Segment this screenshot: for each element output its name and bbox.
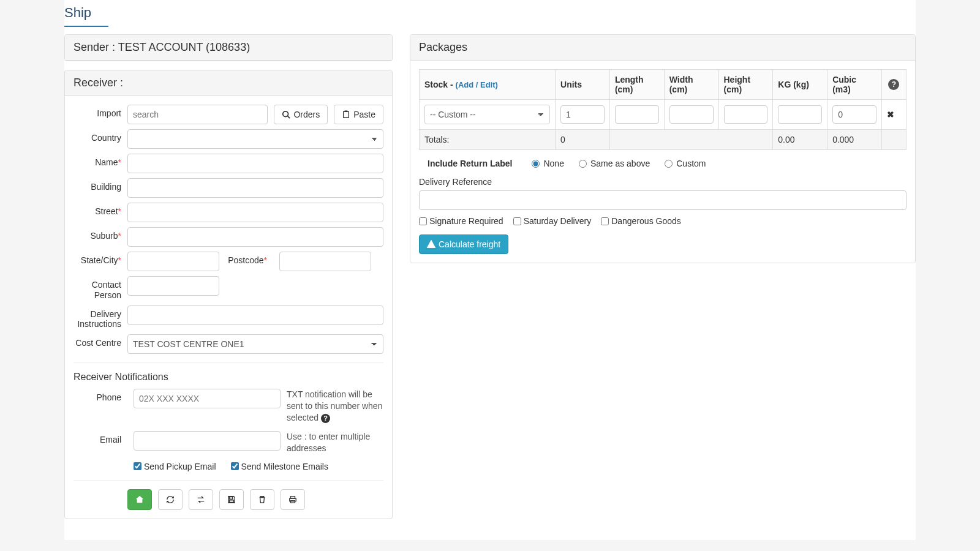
search-input[interactable] [127,105,268,124]
orders-button-label: Orders [293,110,320,119]
email-input[interactable] [134,431,281,451]
col-units: Units [556,70,610,100]
return-none-wrap[interactable]: None [532,159,564,168]
svg-rect-6 [291,500,295,503]
name-input[interactable] [127,154,383,173]
save-button[interactable] [219,489,244,510]
dangerous-wrap[interactable]: Dangerous Goods [601,216,681,226]
sat-delivery-checkbox[interactable] [513,217,521,225]
import-label: Import [74,105,127,118]
totals-cubic: 0.000 [827,130,882,150]
help-circle-icon[interactable]: ? [888,79,899,90]
return-same-radio[interactable] [579,160,587,168]
col-stock: Stock - (Add / Edit) [420,70,556,100]
delivery-instructions-input[interactable] [127,305,383,325]
remove-row-button[interactable]: ✖ [881,100,906,130]
phone-note: TXT notification will be sent to this nu… [287,389,383,424]
send-pickup-checkbox[interactable] [134,462,141,470]
email-label: Email [74,431,127,444]
receiver-notifications-heading: Receiver Notifications [74,372,383,383]
cost-centre-label: Cost Centre [74,334,127,348]
col-height: Height (cm) [718,70,773,100]
receiver-panel-title: Receiver : [65,70,392,96]
svg-point-0 [283,111,288,117]
print-button[interactable] [281,489,305,510]
length-input[interactable] [615,105,659,124]
paste-icon [342,110,350,119]
warning-icon [427,240,435,249]
send-pickup-checkbox-wrap[interactable]: Send Pickup Email [134,462,216,471]
orders-button[interactable]: Orders [274,105,328,124]
statecity-input[interactable] [127,252,219,271]
col-cubic: Cubic (m3) [827,70,882,100]
save-icon [227,495,236,504]
return-custom-radio[interactable] [665,160,673,168]
sat-delivery-label: Saturday Delivery [524,216,592,226]
email-note: Use : to enter multiple addresses [287,431,383,454]
col-kg: KG (kg) [773,70,827,100]
paste-button-label: Paste [353,110,375,119]
return-none-radio[interactable] [532,160,540,168]
delete-button[interactable] [250,489,274,510]
totals-row: Totals: 0 0.00 0.000 [420,130,907,150]
units-input[interactable] [560,105,605,124]
street-input[interactable] [127,203,383,222]
building-label: Building [74,178,127,192]
svg-rect-3 [345,110,348,112]
postcode-label: Postcode* [225,252,273,265]
send-milestone-checkbox-wrap[interactable]: Send Milestone Emails [231,462,328,471]
package-row: -- Custom -- ✖ [420,100,907,130]
return-same-label: Same as above [590,159,650,168]
stock-select[interactable]: -- Custom -- [424,105,550,124]
sender-panel-title: Sender : TEST ACCOUNT (108633) [65,35,392,61]
delivery-ref-input[interactable] [419,190,907,210]
cubic-input[interactable] [832,105,876,124]
sat-delivery-wrap[interactable]: Saturday Delivery [513,216,592,226]
sig-required-label: Signature Required [429,216,503,226]
postcode-input[interactable] [279,252,371,271]
suburb-input[interactable] [127,227,383,247]
phone-input[interactable] [134,389,281,408]
refresh-icon [166,495,175,504]
statecity-label: State/City* [74,252,127,265]
help-icon[interactable]: ? [321,414,330,423]
height-input[interactable] [724,105,768,124]
return-custom-wrap[interactable]: Custom [665,159,706,168]
packages-table: Stock - (Add / Edit) Units Length (cm) W… [419,69,907,150]
print-icon [288,495,297,504]
send-milestone-checkbox[interactable] [231,462,239,470]
suburb-label: Suburb* [74,227,127,241]
home-button[interactable] [127,489,152,510]
col-help: ? [881,70,906,100]
dangerous-label: Dangerous Goods [611,216,681,226]
trash-icon [258,495,266,504]
name-label: Name* [74,154,127,167]
svg-line-1 [288,116,290,119]
building-input[interactable] [127,178,383,198]
title-underline [64,26,108,27]
calculate-freight-button[interactable]: Calculate freight [419,234,508,254]
return-label-title: Include Return Label [428,159,512,168]
width-input[interactable] [669,105,714,124]
stock-add-edit-link[interactable]: (Add / Edit) [456,80,498,89]
delivery-ref-label: Delivery Reference [419,177,907,187]
paste-button[interactable]: Paste [334,105,383,124]
sig-required-wrap[interactable]: Signature Required [419,216,503,226]
contact-input[interactable] [127,276,219,296]
sender-panel: Sender : TEST ACCOUNT (108633) [64,34,393,61]
sig-required-checkbox[interactable] [419,217,427,225]
col-width: Width (cm) [664,70,718,100]
return-custom-label: Custom [676,159,706,168]
delivery-instructions-label: Delivery Instructions [74,305,127,330]
totals-label: Totals: [420,130,556,150]
home-icon [135,495,144,504]
cost-centre-select[interactable]: TEST COST CENTRE ONE1 [127,334,383,354]
receiver-panel: Receiver : Import Orders Pas [64,70,393,519]
dangerous-checkbox[interactable] [601,217,609,225]
return-same-wrap[interactable]: Same as above [579,159,650,168]
svg-rect-2 [344,111,349,118]
country-select[interactable] [127,129,383,149]
kg-input[interactable] [778,105,822,124]
swap-button[interactable] [189,489,213,510]
refresh-button[interactable] [158,489,183,510]
